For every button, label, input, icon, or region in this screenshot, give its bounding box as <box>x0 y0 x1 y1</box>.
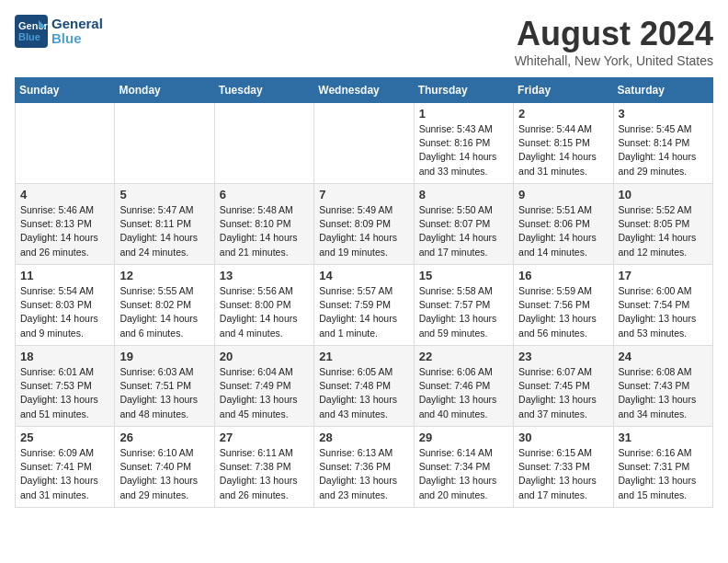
calendar-cell: 29Sunrise: 6:14 AMSunset: 7:34 PMDayligh… <box>414 427 513 508</box>
day-number: 18 <box>20 350 109 363</box>
day-number: 13 <box>220 269 309 282</box>
calendar-cell: 5Sunrise: 5:47 AMSunset: 8:11 PMDaylight… <box>115 184 214 265</box>
calendar-header-row: SundayMondayTuesdayWednesdayThursdayFrid… <box>16 78 713 103</box>
day-info: Sunrise: 6:07 AMSunset: 7:45 PMDaylight:… <box>518 365 608 421</box>
calendar-cell: 16Sunrise: 5:59 AMSunset: 7:56 PMDayligh… <box>514 265 613 346</box>
calendar-table: SundayMondayTuesdayWednesdayThursdayFrid… <box>15 77 713 508</box>
day-info: Sunrise: 5:54 AMSunset: 8:03 PMDaylight:… <box>20 284 109 340</box>
week-row-1: 1Sunrise: 5:43 AMSunset: 8:16 PMDaylight… <box>16 103 713 184</box>
day-info: Sunrise: 6:14 AMSunset: 7:34 PMDaylight:… <box>419 446 508 502</box>
day-number: 25 <box>20 431 109 444</box>
day-info: Sunrise: 6:15 AMSunset: 7:33 PMDaylight:… <box>518 446 608 502</box>
day-info: Sunrise: 5:55 AMSunset: 8:02 PMDaylight:… <box>119 284 209 340</box>
day-info: Sunrise: 6:08 AMSunset: 7:43 PMDaylight:… <box>619 365 708 421</box>
day-number: 12 <box>119 269 209 282</box>
day-number: 28 <box>319 431 408 444</box>
weekday-header-sunday: Sunday <box>16 78 115 103</box>
logo-general-text: General <box>51 17 103 32</box>
day-number: 8 <box>419 188 508 201</box>
calendar-cell: 17Sunrise: 6:00 AMSunset: 7:54 PMDayligh… <box>613 265 712 346</box>
calendar-cell: 20Sunrise: 6:04 AMSunset: 7:49 PMDayligh… <box>214 346 313 427</box>
day-info: Sunrise: 5:51 AMSunset: 8:06 PMDaylight:… <box>518 203 608 259</box>
day-info: Sunrise: 5:44 AMSunset: 8:15 PMDaylight:… <box>518 122 608 178</box>
calendar-cell: 21Sunrise: 6:05 AMSunset: 7:48 PMDayligh… <box>314 346 414 427</box>
day-number: 20 <box>220 350 309 363</box>
calendar-cell <box>115 103 214 184</box>
calendar-cell: 6Sunrise: 5:48 AMSunset: 8:10 PMDaylight… <box>214 184 313 265</box>
calendar-cell: 9Sunrise: 5:51 AMSunset: 8:06 PMDaylight… <box>514 184 613 265</box>
day-number: 31 <box>619 431 708 444</box>
day-number: 15 <box>419 269 508 282</box>
calendar-cell: 22Sunrise: 6:06 AMSunset: 7:46 PMDayligh… <box>414 346 513 427</box>
day-info: Sunrise: 5:45 AMSunset: 8:14 PMDaylight:… <box>619 122 708 178</box>
day-number: 21 <box>319 350 408 363</box>
logo: General Blue General Blue <box>15 15 103 48</box>
logo-icon: General Blue <box>15 15 48 48</box>
calendar-cell: 31Sunrise: 6:16 AMSunset: 7:31 PMDayligh… <box>613 427 712 508</box>
day-number: 9 <box>518 188 608 201</box>
calendar-cell: 12Sunrise: 5:55 AMSunset: 8:02 PMDayligh… <box>115 265 214 346</box>
day-number: 29 <box>419 431 508 444</box>
calendar-cell: 15Sunrise: 5:58 AMSunset: 7:57 PMDayligh… <box>414 265 513 346</box>
day-info: Sunrise: 6:01 AMSunset: 7:53 PMDaylight:… <box>20 365 109 421</box>
calendar-cell: 18Sunrise: 6:01 AMSunset: 7:53 PMDayligh… <box>16 346 115 427</box>
calendar-cell: 30Sunrise: 6:15 AMSunset: 7:33 PMDayligh… <box>514 427 613 508</box>
day-info: Sunrise: 5:49 AMSunset: 8:09 PMDaylight:… <box>319 203 408 259</box>
day-info: Sunrise: 6:00 AMSunset: 7:54 PMDaylight:… <box>619 284 708 340</box>
day-number: 27 <box>220 431 309 444</box>
calendar-title: August 2024 <box>515 15 713 53</box>
calendar-cell: 19Sunrise: 6:03 AMSunset: 7:51 PMDayligh… <box>115 346 214 427</box>
calendar-cell: 28Sunrise: 6:13 AMSunset: 7:36 PMDayligh… <box>314 427 414 508</box>
day-info: Sunrise: 5:57 AMSunset: 7:59 PMDaylight:… <box>319 284 408 340</box>
day-number: 23 <box>518 350 608 363</box>
calendar-cell: 11Sunrise: 5:54 AMSunset: 8:03 PMDayligh… <box>16 265 115 346</box>
day-info: Sunrise: 5:46 AMSunset: 8:13 PMDaylight:… <box>20 203 109 259</box>
day-number: 14 <box>319 269 408 282</box>
day-info: Sunrise: 5:59 AMSunset: 7:56 PMDaylight:… <box>518 284 608 340</box>
day-number: 26 <box>119 431 209 444</box>
day-info: Sunrise: 6:04 AMSunset: 7:49 PMDaylight:… <box>220 365 309 421</box>
day-info: Sunrise: 6:11 AMSunset: 7:38 PMDaylight:… <box>220 446 309 502</box>
weekday-header-friday: Friday <box>514 78 613 103</box>
calendar-cell <box>214 103 313 184</box>
weekday-header-wednesday: Wednesday <box>314 78 414 103</box>
day-info: Sunrise: 6:06 AMSunset: 7:46 PMDaylight:… <box>419 365 508 421</box>
day-number: 5 <box>119 188 209 201</box>
day-info: Sunrise: 5:52 AMSunset: 8:05 PMDaylight:… <box>619 203 708 259</box>
calendar-cell <box>16 103 115 184</box>
week-row-4: 18Sunrise: 6:01 AMSunset: 7:53 PMDayligh… <box>16 346 713 427</box>
day-info: Sunrise: 5:43 AMSunset: 8:16 PMDaylight:… <box>419 122 508 178</box>
calendar-cell: 10Sunrise: 5:52 AMSunset: 8:05 PMDayligh… <box>613 184 712 265</box>
day-number: 1 <box>419 107 508 121</box>
day-info: Sunrise: 6:09 AMSunset: 7:41 PMDaylight:… <box>20 446 109 502</box>
day-number: 10 <box>619 188 708 201</box>
day-number: 2 <box>518 107 608 121</box>
day-info: Sunrise: 5:56 AMSunset: 8:00 PMDaylight:… <box>220 284 309 340</box>
day-info: Sunrise: 6:05 AMSunset: 7:48 PMDaylight:… <box>319 365 408 421</box>
calendar-cell: 1Sunrise: 5:43 AMSunset: 8:16 PMDaylight… <box>414 103 513 184</box>
day-info: Sunrise: 6:03 AMSunset: 7:51 PMDaylight:… <box>119 365 209 421</box>
calendar-header: August 2024 Whitehall, New York, United … <box>515 15 713 68</box>
day-info: Sunrise: 5:48 AMSunset: 8:10 PMDaylight:… <box>220 203 309 259</box>
calendar-cell: 13Sunrise: 5:56 AMSunset: 8:00 PMDayligh… <box>214 265 313 346</box>
day-number: 4 <box>20 188 109 201</box>
calendar-cell: 8Sunrise: 5:50 AMSunset: 8:07 PMDaylight… <box>414 184 513 265</box>
day-number: 19 <box>119 350 209 363</box>
calendar-cell <box>314 103 414 184</box>
week-row-2: 4Sunrise: 5:46 AMSunset: 8:13 PMDaylight… <box>16 184 713 265</box>
logo-blue-text: Blue <box>51 31 103 47</box>
day-number: 24 <box>619 350 708 363</box>
weekday-header-saturday: Saturday <box>613 78 712 103</box>
calendar-cell: 2Sunrise: 5:44 AMSunset: 8:15 PMDaylight… <box>514 103 613 184</box>
calendar-cell: 24Sunrise: 6:08 AMSunset: 7:43 PMDayligh… <box>613 346 712 427</box>
day-number: 17 <box>619 269 708 282</box>
calendar-cell: 26Sunrise: 6:10 AMSunset: 7:40 PMDayligh… <box>115 427 214 508</box>
weekday-header-monday: Monday <box>115 78 214 103</box>
weekday-header-thursday: Thursday <box>414 78 513 103</box>
calendar-cell: 3Sunrise: 5:45 AMSunset: 8:14 PMDaylight… <box>613 103 712 184</box>
calendar-cell: 4Sunrise: 5:46 AMSunset: 8:13 PMDaylight… <box>16 184 115 265</box>
day-info: Sunrise: 6:13 AMSunset: 7:36 PMDaylight:… <box>319 446 408 502</box>
calendar-cell: 27Sunrise: 6:11 AMSunset: 7:38 PMDayligh… <box>214 427 313 508</box>
day-number: 22 <box>419 350 508 363</box>
calendar-subtitle: Whitehall, New York, United States <box>515 53 713 68</box>
